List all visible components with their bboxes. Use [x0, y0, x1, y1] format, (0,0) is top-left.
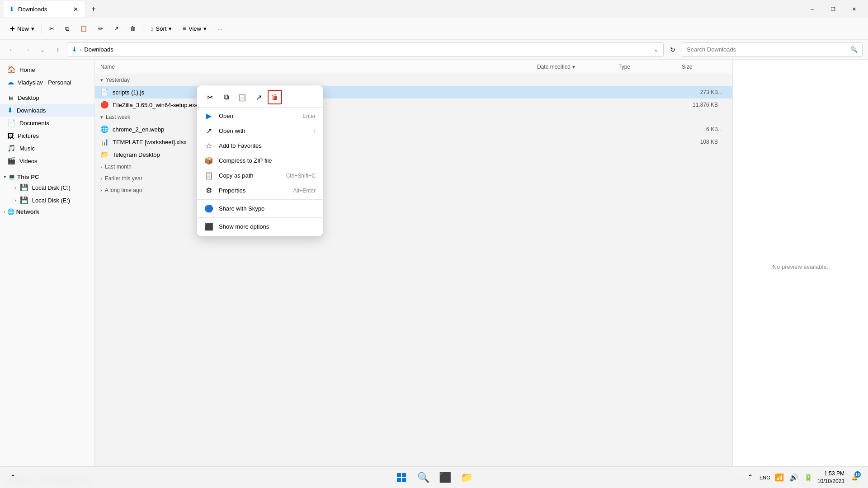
address-path[interactable]: ⬇ › Downloads ⌄ — [67, 42, 664, 57]
file-more-scripts[interactable]: ... — [718, 89, 727, 95]
paste-button[interactable]: 📋 — [75, 22, 92, 36]
ctx-item-copy-path[interactable]: 📋 Copy as path Ctrl+Shift+C — [197, 168, 323, 183]
battery-icon[interactable]: 🔋 — [803, 472, 814, 483]
ctx-properties-shortcut: Alt+Enter — [293, 188, 316, 194]
sidebar-item-desktop[interactable]: 🖥 Desktop 📌 — [0, 91, 94, 104]
ctx-share-button[interactable]: ↗ — [251, 90, 266, 104]
date-group-longtime[interactable]: › A long time ago — [95, 184, 732, 196]
ctx-moreoptions-label: Show more options — [219, 223, 316, 230]
col-header-size[interactable]: Size — [682, 64, 727, 70]
more-button[interactable]: ··· — [213, 22, 227, 36]
file-size-scripts: 273 KB — [673, 89, 718, 95]
localdisk-c-chevron: › — [14, 185, 16, 190]
path-icon: ⬇ — [72, 46, 77, 53]
date-group-lastmonth[interactable]: › Last month — [95, 161, 732, 173]
tab-download-icon: ⬇ — [9, 5, 14, 13]
ctx-item-skype[interactable]: 🔵 Share with Skype — [197, 201, 323, 216]
sidebar-item-cloud[interactable]: ☁ Vladyslav - Personal — [0, 76, 94, 89]
earlierthisyear-chevron-icon: › — [100, 176, 102, 181]
more-icon: ··· — [217, 25, 222, 32]
sidebar-group-thispc[interactable]: ▾ 💻 This PC — [0, 172, 94, 181]
taskbar: ⌃ 🔍 ⬛ 📁 ⌃ ENG 📶 🔊 🔋 1:53 PM 10/10/2023 🔔… — [0, 466, 868, 488]
language-icon[interactable]: ENG — [760, 472, 770, 483]
up-button[interactable]: ↑ — [52, 43, 64, 56]
sidebar-item-videos[interactable]: 🎬 Videos 📌 — [0, 155, 94, 167]
sidebar-item-music[interactable]: 🎵 Music 📌 — [0, 142, 94, 155]
search-box[interactable]: 🔍 — [682, 42, 863, 57]
lastmonth-label: Last month — [105, 164, 132, 170]
table-row[interactable]: 🔴 FileZilla_3.65.0_win64-setup.exe 11,87… — [95, 99, 732, 111]
ctx-item-more-options[interactable]: ⬛ Show more options — [197, 219, 323, 234]
task-view-button[interactable]: ⬛ — [435, 468, 455, 488]
rename-button[interactable]: ✏ — [94, 22, 108, 36]
view-label: View — [189, 25, 201, 32]
taskbar-chevron-show-hidden[interactable]: ⌃ — [745, 472, 756, 483]
date-group-lastweek[interactable]: ▾ Last week — [95, 111, 732, 123]
new-tab-button[interactable]: + — [87, 2, 100, 16]
search-icon: 🔍 — [850, 46, 858, 53]
file-explorer-taskbar-button[interactable]: 📁 — [457, 468, 476, 488]
date-group-earlierthisyear[interactable]: › Earlier this year — [95, 173, 732, 184]
new-button[interactable]: ✚ New ▾ — [5, 22, 39, 36]
refresh-button[interactable]: ↻ — [666, 43, 679, 56]
file-icon-telegram: 📁 — [100, 150, 109, 159]
table-row[interactable]: 📊 TEMPLATE [worksheet].xlsx 108 KB — [95, 136, 732, 148]
minimize-button[interactable]: ─ — [802, 0, 823, 18]
tab-downloads[interactable]: ⬇ Downloads ✕ — [4, 1, 85, 17]
ctx-cut-button[interactable]: ✂ — [203, 90, 217, 104]
view-button[interactable]: ≡ View ▾ — [178, 22, 211, 36]
volume-icon[interactable]: 🔊 — [788, 472, 799, 483]
start-button[interactable] — [392, 468, 411, 488]
time-block[interactable]: 1:53 PM 10/10/2023 — [817, 470, 844, 485]
back-button[interactable]: ← — [5, 43, 18, 56]
localdisk-e-icon: 💾 — [20, 196, 28, 204]
sidebar-item-home[interactable]: 🏠 Home — [0, 63, 94, 76]
notification-button[interactable]: 🔔 10 — [848, 471, 861, 484]
col-header-name[interactable]: Name — [100, 64, 537, 70]
forward-button[interactable]: → — [21, 43, 33, 56]
context-menu: ✂ ⧉ 📋 ↗ 🗑 ▶ Open Enter ↗ Open with › ☆ A… — [197, 85, 323, 236]
ctx-item-open[interactable]: ▶ Open Enter — [197, 108, 323, 123]
ctx-open-icon: ▶ — [204, 112, 213, 120]
ctx-copy-button[interactable]: ⧉ — [219, 90, 233, 104]
sidebar-item-documents[interactable]: 📄 Documents 📌 — [0, 117, 94, 129]
table-row[interactable]: 📁 Telegram Desktop — [95, 148, 732, 161]
sidebar-item-pictures[interactable]: 🖼 Pictures 📌 — [0, 129, 94, 142]
ctx-delete-button[interactable]: 🗑 — [268, 90, 282, 104]
ctx-separator-1 — [197, 199, 323, 200]
longtime-chevron-icon: › — [100, 188, 102, 193]
sidebar-item-localdisk-e[interactable]: › 💾 Local Disk (E:) — [4, 194, 94, 206]
ctx-item-favorites[interactable]: ☆ Add to Favorites — [197, 138, 323, 153]
sidebar-group-network[interactable]: › 🌐 Network — [0, 206, 94, 216]
ctx-copypath-label: Copy as path — [219, 172, 281, 179]
paste-icon: 📋 — [80, 25, 87, 32]
sidebar-item-downloads[interactable]: ⬇ Downloads 📌 — [0, 104, 94, 117]
col-header-type[interactable]: Type — [618, 64, 682, 70]
sidebar-item-localdisk-c[interactable]: › 💾 Local Disk (C:) — [4, 181, 94, 194]
date-group-yesterday[interactable]: ▾ Yesterday — [95, 74, 732, 86]
table-row[interactable]: 📄 scripts (1).js 273 KB ... — [95, 86, 732, 99]
taskbar-chevron-icon[interactable]: ⌃ — [7, 472, 18, 483]
sort-dropdown-icon: ▾ — [169, 25, 172, 32]
cut-button[interactable]: ✂ — [45, 22, 59, 36]
copy-button[interactable]: ⧉ — [61, 22, 74, 36]
maximize-button[interactable]: ❐ — [823, 0, 844, 18]
search-input[interactable] — [687, 46, 848, 53]
file-more-chrome[interactable]: .. — [718, 126, 727, 132]
search-button[interactable]: 🔍 — [413, 468, 433, 488]
col-type-label: Type — [618, 64, 630, 70]
sort-button[interactable]: ↕ Sort ▾ — [146, 22, 176, 36]
ctx-item-properties[interactable]: ⚙ Properties Alt+Enter — [197, 183, 323, 198]
table-row[interactable]: 🌐 chrome_2_en.webp 6 KB .. — [95, 123, 732, 136]
share-button[interactable]: ↗ — [109, 22, 123, 36]
ctx-item-compress[interactable]: 📦 Compress to ZIP file — [197, 153, 323, 168]
col-header-date[interactable]: Date modified ▾ — [537, 64, 618, 70]
recent-locations-button[interactable]: ⌄ — [36, 43, 49, 56]
wifi-icon[interactable]: 📶 — [774, 472, 785, 483]
delete-button[interactable]: 🗑 — [125, 22, 140, 36]
tab-close-button[interactable]: ✕ — [71, 5, 80, 13]
close-button[interactable]: ✕ — [844, 0, 864, 18]
ctx-item-open-with[interactable]: ↗ Open with › — [197, 123, 323, 138]
ctx-paste-button[interactable]: 📋 — [235, 90, 250, 104]
share-icon: ↗ — [114, 25, 119, 32]
